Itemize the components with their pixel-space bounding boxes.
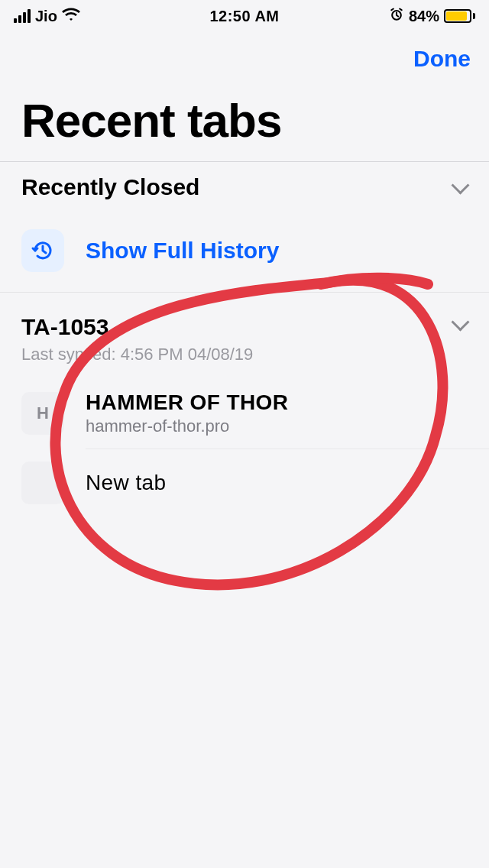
clock-label: 12:50 AM [209, 8, 279, 25]
chevron-down-icon [451, 314, 471, 334]
battery-icon [444, 9, 475, 23]
wifi-icon [62, 8, 80, 25]
tab-title: New tab [86, 471, 167, 495]
done-button[interactable]: Done [413, 46, 471, 72]
synced-tab-row[interactable]: New tab [0, 449, 489, 517]
page-title: Recent tabs [0, 75, 489, 161]
tab-title: HAMMER OF THOR [86, 390, 288, 415]
favicon-blank-icon [21, 462, 64, 504]
device-last-synced: Last synced: 4:56 PM 04/08/19 [0, 345, 489, 378]
battery-percent-label: 84% [409, 8, 439, 25]
cellular-signal-icon [14, 9, 31, 23]
show-full-history-label: Show Full History [86, 238, 279, 264]
favicon-letter-icon: H [21, 392, 64, 435]
tab-url: hammer-of-thor.pro [86, 416, 288, 436]
section-recently-closed[interactable]: Recently Closed [0, 161, 489, 214]
synced-tab-row[interactable]: H HAMMER OF THOR hammer-of-thor.pro [0, 378, 489, 449]
alarm-icon [389, 7, 404, 26]
chevron-down-icon [451, 177, 471, 197]
history-icon [21, 229, 64, 272]
nav-bar: Done [0, 32, 489, 75]
carrier-label: Jio [35, 8, 57, 25]
section-title: Recently Closed [21, 174, 199, 200]
status-bar: Jio 12:50 AM 84% [0, 0, 489, 32]
section-device[interactable]: TA-1053 [0, 293, 489, 345]
device-name: TA-1053 [21, 314, 109, 340]
show-full-history-row[interactable]: Show Full History [0, 214, 489, 292]
